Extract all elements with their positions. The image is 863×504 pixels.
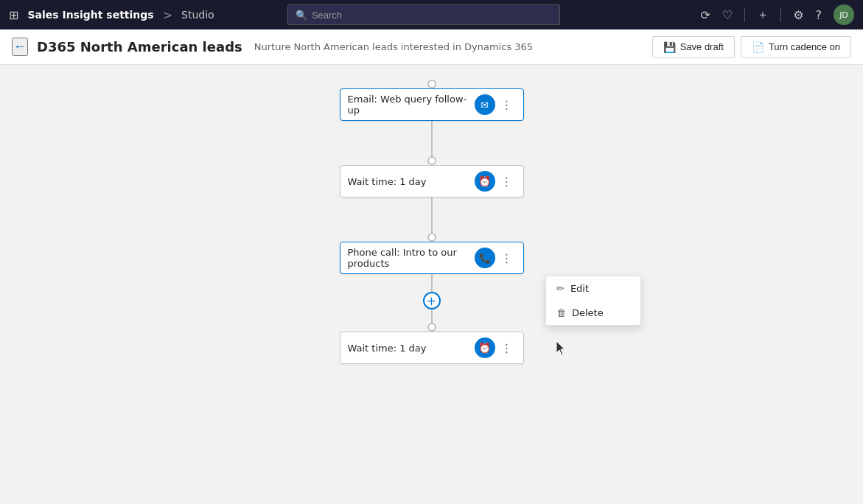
- node-phone-more-button[interactable]: ⋮: [498, 250, 516, 267]
- node-phone[interactable]: Phone call: Intro to our products 📞 ⋮: [340, 242, 524, 274]
- context-menu: ✏ Edit 🗑 Delete: [545, 276, 641, 326]
- context-menu-delete[interactable]: 🗑 Delete: [546, 301, 640, 325]
- nav-studio[interactable]: Studio: [181, 9, 214, 21]
- nav-right-icons: ⟳ ♡ ＋ ⚙ ? JD: [700, 4, 854, 25]
- search-icon: 🔍: [296, 10, 307, 21]
- nav-divider2: [780, 7, 781, 22]
- nav-separator: >: [163, 8, 172, 22]
- page-title: D365 North American leads: [37, 39, 242, 55]
- nav-divider: [744, 7, 745, 22]
- node-wait-1-icon: ⏰: [475, 171, 495, 192]
- add-section: +: [423, 274, 441, 323]
- node-wait-1[interactable]: Wait time: 1 day ⏰ ⋮: [340, 165, 524, 197]
- node-wait-1-more-button[interactable]: ⋮: [498, 173, 516, 190]
- connector-dot-top-1: [427, 80, 436, 88]
- node-wait-2-more-button[interactable]: ⋮: [498, 340, 516, 357]
- flow-canvas: Email: Web query follow-up ✉ ⋮ Wait time…: [0, 65, 863, 504]
- grid-icon[interactable]: ⊞: [9, 8, 18, 22]
- node-wait-2-label: Wait time: 1 day: [348, 343, 475, 354]
- back-button[interactable]: ←: [12, 38, 28, 56]
- top-navigation: ⊞ Sales Insight settings > Studio 🔍 ⟳ ♡ …: [0, 0, 863, 29]
- flow-container: Email: Web query follow-up ✉ ⋮ Wait time…: [340, 80, 524, 364]
- save-draft-button[interactable]: 💾 Save draft: [652, 36, 735, 58]
- delete-icon: 🗑: [556, 307, 566, 318]
- node-wait-2-icon: ⏰: [475, 337, 495, 358]
- context-menu-delete-label: Delete: [572, 307, 604, 318]
- add-node-button[interactable]: +: [423, 292, 441, 309]
- save-draft-label: Save draft: [680, 41, 724, 52]
- node-email-label: Email: Web query follow-up: [348, 94, 475, 116]
- sub-navigation: ← D365 North American leads Nurture Nort…: [0, 29, 863, 65]
- help-icon[interactable]: ?: [815, 8, 822, 22]
- save-icon: 💾: [663, 41, 676, 53]
- connector-mini-line-1: [431, 274, 433, 292]
- turn-cadence-on-button[interactable]: 📄 Turn cadence on: [741, 36, 851, 58]
- context-menu-edit-label: Edit: [570, 283, 589, 294]
- search-input[interactable]: [312, 10, 552, 21]
- connector-line-1: [431, 121, 433, 156]
- cadence-icon: 📄: [752, 41, 764, 53]
- connector-dot-top-2: [427, 156, 436, 165]
- context-menu-edit[interactable]: ✏ Edit: [546, 276, 640, 301]
- plus-icon[interactable]: ＋: [757, 7, 769, 23]
- connector-dot-top-4: [427, 323, 436, 332]
- search-bar[interactable]: 🔍: [287, 4, 560, 25]
- page-subtitle: Nurture North American leads interested …: [254, 41, 533, 52]
- node-email-icon: ✉: [475, 94, 495, 115]
- cursor: [556, 341, 568, 356]
- node-email-more-button[interactable]: ⋮: [498, 97, 516, 113]
- avatar[interactable]: JD: [834, 4, 854, 25]
- bell-icon[interactable]: ♡: [722, 8, 733, 22]
- turn-on-label: Turn cadence on: [769, 41, 840, 52]
- refresh-icon[interactable]: ⟳: [700, 8, 710, 22]
- connector-dot-top-3: [427, 233, 436, 242]
- edit-icon: ✏: [556, 283, 565, 294]
- node-email[interactable]: Email: Web query follow-up ✉ ⋮: [340, 88, 524, 121]
- connector-mini-line-2: [431, 309, 433, 323]
- connector-line-2: [431, 197, 433, 233]
- sub-nav-actions: 💾 Save draft 📄 Turn cadence on: [652, 36, 851, 58]
- node-wait-1-label: Wait time: 1 day: [348, 176, 475, 187]
- app-title: Sales Insight settings: [27, 9, 153, 21]
- node-phone-icon: 📞: [475, 248, 495, 268]
- node-wait-2[interactable]: Wait time: 1 day ⏰ ⋮: [340, 332, 524, 364]
- settings-icon[interactable]: ⚙: [793, 8, 803, 22]
- node-phone-label: Phone call: Intro to our products: [348, 247, 475, 269]
